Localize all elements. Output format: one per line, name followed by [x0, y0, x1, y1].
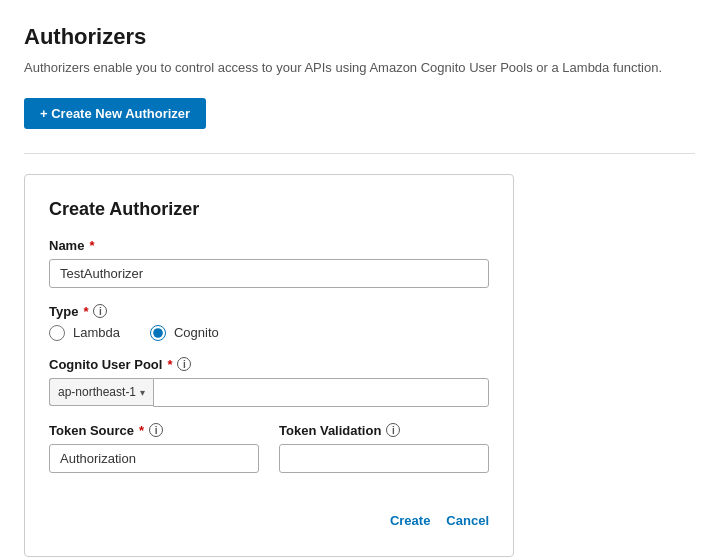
card-actions: Create Cancel [49, 509, 489, 532]
cognito-pool-input[interactable] [153, 378, 489, 407]
type-required: * [83, 304, 88, 319]
token-source-field-group: Token Source * i [49, 423, 259, 473]
radio-lambda-input[interactable] [49, 325, 65, 341]
create-new-authorizer-button[interactable]: + Create New Authorizer [24, 98, 206, 129]
token-source-info-icon[interactable]: i [149, 423, 163, 437]
region-value: ap-northeast-1 [58, 385, 136, 399]
token-source-label: Token Source * i [49, 423, 259, 438]
token-source-input[interactable] [49, 444, 259, 473]
divider [24, 153, 695, 154]
name-field-group: Name * [49, 238, 489, 288]
token-fields-row: Token Source * i Token Validation i [49, 423, 489, 489]
token-validation-input[interactable] [279, 444, 489, 473]
type-info-icon[interactable]: i [93, 304, 107, 318]
type-field-group: Type * i Lambda Cognito [49, 304, 489, 341]
cognito-pool-label: Cognito User Pool * i [49, 357, 489, 372]
radio-cognito-option[interactable]: Cognito [150, 325, 219, 341]
token-validation-field-group: Token Validation i [279, 423, 489, 473]
cognito-pool-info-icon[interactable]: i [177, 357, 191, 371]
region-select[interactable]: ap-northeast-1 ▾ [49, 378, 153, 406]
name-label: Name * [49, 238, 489, 253]
type-label: Type * i [49, 304, 489, 319]
region-chevron-icon: ▾ [140, 387, 145, 398]
radio-cognito-label: Cognito [174, 325, 219, 340]
cognito-pool-field-group: Cognito User Pool * i ap-northeast-1 ▾ [49, 357, 489, 407]
page-description: Authorizers enable you to control access… [24, 58, 695, 78]
card-title: Create Authorizer [49, 199, 489, 220]
name-input[interactable] [49, 259, 489, 288]
token-validation-label: Token Validation i [279, 423, 489, 438]
cognito-pool-required: * [167, 357, 172, 372]
create-button[interactable]: Create [390, 509, 430, 532]
radio-cognito-input[interactable] [150, 325, 166, 341]
cognito-pool-row: ap-northeast-1 ▾ [49, 378, 489, 407]
type-radio-group: Lambda Cognito [49, 325, 489, 341]
token-source-required: * [139, 423, 144, 438]
cancel-button[interactable]: Cancel [446, 509, 489, 532]
radio-lambda-option[interactable]: Lambda [49, 325, 120, 341]
page-title: Authorizers [24, 24, 695, 50]
radio-lambda-label: Lambda [73, 325, 120, 340]
name-required: * [89, 238, 94, 253]
create-authorizer-card: Create Authorizer Name * Type * i Lambda… [24, 174, 514, 557]
token-validation-info-icon[interactable]: i [386, 423, 400, 437]
